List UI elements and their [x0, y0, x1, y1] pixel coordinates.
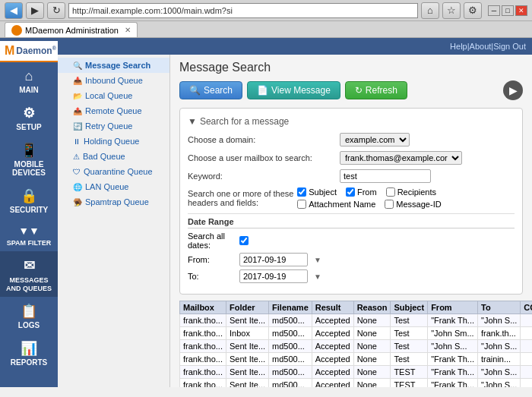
retry-icon: 🔄 [73, 122, 82, 131]
forward-button[interactable]: ▶ [26, 2, 44, 19]
search-all-dates-checkbox[interactable] [239, 236, 249, 245]
table-cell: Accepted [312, 340, 353, 353]
section-title: Search for a message [200, 116, 289, 127]
view-message-button[interactable]: 📄 View Message [247, 81, 340, 99]
left-item-inbound[interactable]: 📥 Inbound Queue [58, 73, 169, 88]
table-row[interactable]: frank.tho...Sent Ite...md500...AcceptedN… [180, 314, 533, 327]
domain-select[interactable]: example.com [340, 133, 410, 147]
table-cell: "Frank Th... [428, 353, 478, 366]
recipients-checkbox[interactable] [386, 187, 395, 197]
table-row[interactable]: frank.tho...Sent Ite...md500...AcceptedN… [180, 340, 533, 353]
spamtrap-icon: 🪤 [73, 198, 82, 206]
mailbox-select[interactable]: frank.thomas@example.cor [340, 151, 462, 165]
refresh-button[interactable]: ↻ Refresh [345, 81, 407, 99]
holding-label: Holding Queue [84, 137, 139, 146]
sidebar-item-main[interactable]: ⌂ MAIN [0, 62, 58, 99]
left-item-quarantine[interactable]: 🛡 Quarantine Queue [58, 164, 169, 179]
sidebar-item-logs[interactable]: 📋 LOGS [0, 297, 58, 334]
info-button[interactable]: ▶ [503, 80, 523, 100]
sidebar-item-security[interactable]: 🔒 SECURITY [0, 181, 58, 219]
minimize-button[interactable]: ─ [488, 5, 500, 16]
sidebar-item-mobile[interactable]: 📱 MOBILEDEVICES [0, 136, 58, 181]
holding-icon: ⏸ [73, 137, 81, 146]
table-cell [521, 340, 532, 353]
mailbox-row: Choose a user mailbox to search: frank.t… [188, 151, 515, 165]
table-row[interactable]: frank.tho...Sent Ite...md500...AcceptedN… [180, 366, 533, 379]
left-item-holding[interactable]: ⏸ Holding Queue [58, 134, 169, 149]
table-cell: frank.tho... [180, 327, 226, 340]
left-item-retry[interactable]: 🔄 Retry Queue [58, 118, 169, 134]
signout-link[interactable]: Sign Out [493, 42, 526, 51]
help-link[interactable]: Help [450, 42, 467, 51]
to-date-arrow[interactable]: ▼ [314, 273, 321, 281]
col-subject: Subject [391, 301, 428, 314]
left-item-bad[interactable]: ⚠ Bad Queue [58, 149, 169, 164]
browser-bar: ◀ ▶ ↻ ⌂ ☆ ⚙ ─ □ ✕ [0, 0, 532, 21]
attachment-checkbox-label[interactable]: Attachment Name [297, 200, 375, 209]
left-item-local[interactable]: 📂 Local Queue [58, 88, 169, 103]
table-row[interactable]: frank.tho...Sent Ite...md500...AcceptedN… [180, 353, 533, 366]
keyword-input[interactable] [340, 169, 431, 183]
to-date-row: To: ▼ [188, 269, 515, 283]
from-checkbox-label[interactable]: From [346, 187, 377, 197]
about-link[interactable]: About [470, 42, 492, 51]
left-item-spamtrap[interactable]: 🪤 Spamtrap Queue [58, 194, 169, 210]
table-cell: "Frank Th... [428, 366, 478, 379]
sidebar-item-setup[interactable]: ⚙ SETUP [0, 99, 58, 136]
attachment-checkbox[interactable] [297, 200, 306, 209]
left-item-lan[interactable]: 🌐 LAN Queue [58, 179, 169, 194]
keyword-label: Keyword: [188, 172, 340, 181]
to-date-label: To: [188, 272, 233, 281]
section-chevron: ▼ [188, 116, 197, 127]
browser-settings-button[interactable]: ⚙ [464, 2, 482, 19]
col-reason: Reason [353, 301, 391, 314]
from-date-label: From: [188, 255, 233, 264]
logs-icon: 📋 [3, 303, 55, 320]
from-checkbox[interactable] [346, 187, 355, 197]
table-cell: md500... [269, 366, 312, 379]
left-item-message-search[interactable]: 🔍 Message Search [58, 58, 169, 73]
subject-checkbox-label[interactable]: Subject [297, 187, 337, 197]
sidebar-item-messages[interactable]: ✉ MESSAGESAND QUEUES [0, 251, 58, 297]
from-date-input[interactable] [239, 253, 308, 266]
col-to: To [478, 301, 521, 314]
table-cell: md500... [269, 353, 312, 366]
table-cell: None [353, 340, 391, 353]
from-date-row: From: ▼ [188, 253, 515, 266]
reload-button[interactable]: ↻ [47, 2, 65, 19]
table-cell: Accepted [312, 314, 353, 327]
sidebar-item-spam[interactable]: ▼▼ SPAM FILTER [0, 219, 58, 251]
left-item-remote[interactable]: 📤 Remote Queue [58, 103, 169, 118]
table-row[interactable]: frank.tho...Sent Ite...md500...AcceptedN… [180, 379, 533, 388]
local-icon: 📂 [73, 92, 82, 100]
table-cell: md500... [269, 340, 312, 353]
tab-close[interactable]: ✕ [125, 26, 131, 34]
subject-checkbox[interactable] [297, 187, 306, 197]
sidebar-item-reports[interactable]: 📊 REPORTS [0, 334, 58, 371]
messages-icon: ✉ [3, 257, 55, 274]
close-button[interactable]: ✕ [515, 5, 527, 16]
security-icon: 🔒 [3, 187, 55, 204]
spam-icon: ▼▼ [3, 225, 55, 237]
col-from: From [428, 301, 478, 314]
search-button[interactable]: 🔍 Search [179, 81, 242, 99]
maximize-button[interactable]: □ [502, 5, 514, 16]
table-row[interactable]: frank.tho...Inboxmd500...AcceptedNoneTes… [180, 327, 533, 340]
messageid-checkbox-label[interactable]: Message-ID [385, 200, 441, 209]
from-date-arrow[interactable]: ▼ [314, 256, 321, 264]
col-result: Result [312, 301, 353, 314]
to-date-input[interactable] [239, 269, 308, 283]
star-button[interactable]: ☆ [442, 2, 461, 19]
app-tab[interactable]: MDaemon Administration ✕ [5, 22, 138, 37]
section-header[interactable]: ▼ Search for a message [188, 116, 515, 127]
checkbox-group: Subject From Recipients [297, 187, 515, 209]
page-title: Message Search [179, 61, 523, 74]
messageid-checkbox[interactable] [385, 200, 394, 209]
table-cell: "Frank Th... [428, 379, 478, 388]
table-cell: Test [391, 314, 428, 327]
main-body: 🔍 Message Search 📥 Inbound Queue 📂 Local… [58, 55, 532, 387]
recipients-checkbox-label[interactable]: Recipients [386, 187, 436, 197]
back-button[interactable]: ◀ [5, 2, 23, 19]
address-bar[interactable] [68, 3, 418, 18]
home-button[interactable]: ⌂ [421, 2, 439, 19]
